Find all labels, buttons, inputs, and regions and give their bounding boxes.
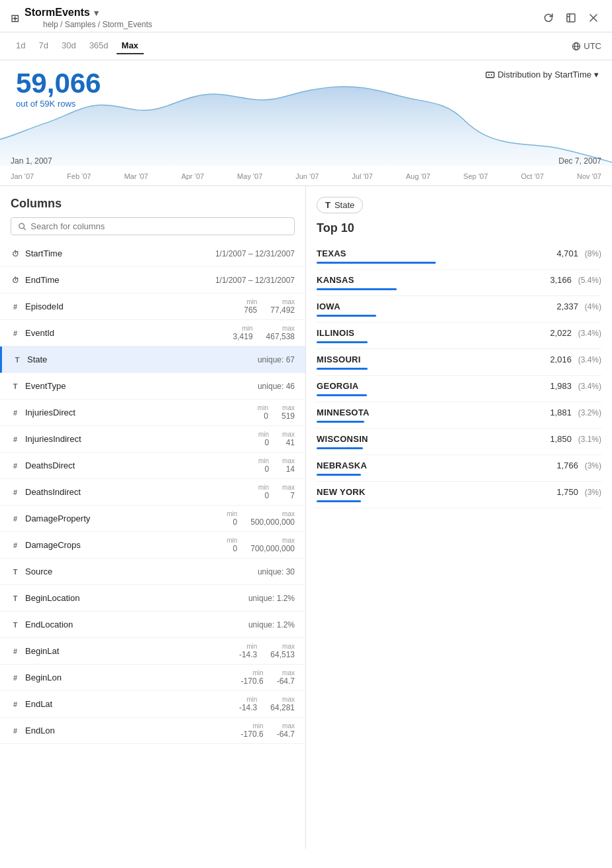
top10-value: 1,750 (3%) [556,487,601,497]
column-name: EndTime [25,275,210,285]
time-buttons: 1d 7d 30d 365d Max [11,38,144,54]
column-item-endlon[interactable]: # EndLon min-170.6 max-64.7 [0,718,305,744]
column-item-injuriesdirect[interactable]: # InjuriesDirect min0 max519 [0,400,305,426]
top10-title: Top 10 [317,221,601,235]
column-item-eventtype[interactable]: T EventType unique: 46 [0,373,305,400]
refresh-button[interactable] [540,10,556,26]
hash-icon: # [11,727,20,735]
month-apr: Apr '07 [181,172,205,180]
column-item-beginlon[interactable]: # BeginLon min-170.6 max-64.7 [0,665,305,691]
column-name: State [27,354,252,364]
close-button[interactable] [586,10,601,26]
hash-icon: # [11,674,20,682]
hash-icon: # [11,541,20,549]
top10-item: NEW YORK 1,750 (3%) [317,482,601,508]
column-name: DeathsDirect [25,461,253,470]
top10-name: MINNESOTA [317,407,370,417]
column-item-endtime[interactable]: ⏱ EndTime 1/1/2007 – 12/31/2007 [0,267,305,294]
column-meta: min0 max14 [258,457,295,474]
grid-icon: ⊞ [11,12,19,25]
column-name: EventId [25,328,228,338]
column-item-starttime[interactable]: ⏱ StartTime 1/1/2007 – 12/31/2007 [0,241,305,267]
column-meta: min0 max41 [258,431,295,447]
month-mar: Mar '07 [124,172,148,180]
hash-icon: # [11,435,20,443]
top10-bar [317,368,368,370]
column-meta: min-170.6 max-64.7 [241,722,295,739]
top10-name: GEORGIA [317,381,359,391]
expand-button[interactable] [563,10,579,26]
top10-name: MISSOURI [317,354,361,364]
top10-item: MINNESOTA 1,881 (3.2%) [317,402,601,429]
timezone-label: UTC [584,41,601,51]
top10-value: 2,337 (4%) [556,301,601,311]
column-item-endlocation[interactable]: T EndLocation unique: 1.2% [0,612,305,638]
search-box[interactable] [11,217,295,235]
month-feb: Feb '07 [67,172,91,180]
title-chevron[interactable]: ▾ [94,8,99,18]
top10-bar [317,262,436,264]
top10-value: 1,983 (3.4%) [550,381,601,391]
hash-icon: # [11,303,20,311]
top10-list: TEXAS 4,701 (8%) KANSAS 3,166 (5.4%) IOW… [317,243,601,508]
detail-panel: T State Top 10 TEXAS 4,701 (8%) KANSAS 3… [306,186,612,849]
hash-icon: # [11,329,20,337]
top10-item: NEBRASKA 1,766 (3%) [317,455,601,482]
chart-date-range: Jan 1, 2007 Dec 7, 2007 [11,156,601,166]
top10-name: KANSAS [317,275,354,285]
timezone-button[interactable]: UTC [572,41,601,51]
column-item-deathsdirect[interactable]: # DeathsDirect min0 max14 [0,453,305,479]
top10-value: 4,701 (8%) [556,248,601,258]
column-item-state[interactable]: T State unique: 67 [0,347,305,373]
top10-item: ILLINOIS 2,022 (3.4%) [317,323,601,349]
top10-name: IOWA [317,301,340,311]
column-item-injuriesindirect[interactable]: # InjuriesIndirect min0 max41 [0,426,305,453]
column-name: BeginLocation [25,593,243,603]
column-item-endlat[interactable]: # EndLat min-14.3 max64,281 [0,691,305,718]
column-name: EndLocation [25,620,243,629]
column-meta: unique: 46 [258,382,295,391]
columns-list: ⏱ StartTime 1/1/2007 – 12/31/2007 ⏱ EndT… [0,241,305,849]
column-item-beginlocation[interactable]: T BeginLocation unique: 1.2% [0,585,305,612]
month-oct: Oct '07 [521,172,544,180]
column-item-source[interactable]: T Source unique: 30 [0,559,305,585]
time-filter-bar: 1d 7d 30d 365d Max UTC [0,32,612,60]
top10-item: KANSAS 3,166 (5.4%) [317,270,601,296]
time-btn-max[interactable]: Max [117,38,144,54]
column-item-episodeid[interactable]: # EpisodeId min765 max77,492 [0,294,305,320]
month-aug: Aug '07 [406,172,431,180]
column-name: InjuriesIndirect [25,434,253,444]
column-item-beginlat[interactable]: # BeginLat min-14.3 max64,513 [0,638,305,665]
column-item-eventid[interactable]: # EventId min3,419 max467,538 [0,320,305,347]
top10-bar [317,341,368,343]
time-btn-365d[interactable]: 365d [84,38,114,54]
search-input[interactable] [30,221,287,231]
svg-rect-0 [567,14,575,22]
top10-value: 3,166 (5.4%) [550,275,601,285]
top10-value: 1,766 (3%) [556,461,601,470]
text-icon: T [13,356,22,364]
month-jul: Jul '07 [352,172,372,180]
text-icon: T [11,568,20,576]
header-left: ⊞ StormEvents ▾ help / Samples / Storm_E… [11,7,152,29]
columns-title: Columns [0,186,305,217]
column-item-damagecrops[interactable]: # DamageCrops min0 max700,000,000 [0,532,305,559]
chart-date-start: Jan 1, 2007 [11,156,52,166]
column-meta: min0 max519 [258,404,295,421]
top10-bar [317,315,376,317]
top10-bar [317,394,367,396]
header-actions [540,10,601,26]
tag-label: State [334,200,354,210]
top10-item: TEXAS 4,701 (8%) [317,243,601,270]
column-meta: unique: 67 [258,355,295,364]
column-item-damageproperty[interactable]: # DamageProperty min0 max500,000,000 [0,506,305,532]
time-btn-7d[interactable]: 7d [33,38,53,54]
time-btn-1d[interactable]: 1d [11,38,30,54]
time-btn-30d[interactable]: 30d [56,38,81,54]
search-icon [18,222,26,231]
hash-icon: # [11,409,20,417]
month-nov: Nov '07 [577,172,601,180]
month-jun: Jun '07 [295,172,319,180]
top10-item: GEORGIA 1,983 (3.4%) [317,376,601,402]
column-item-deathsindirect[interactable]: # DeathsIndirect min0 max7 [0,479,305,506]
